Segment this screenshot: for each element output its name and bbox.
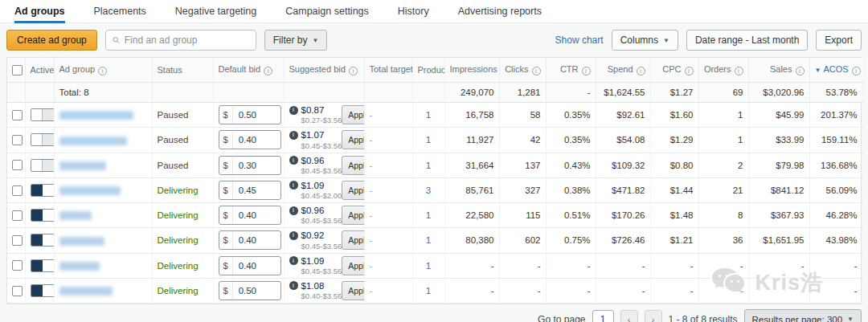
total-targets-link[interactable]: - <box>370 185 373 195</box>
header-status[interactable]: Status <box>152 58 213 83</box>
header-ad_group[interactable]: Ad groupi <box>54 58 152 83</box>
filter-by-button[interactable]: Filter by▼ <box>264 30 328 51</box>
row-checkbox[interactable] <box>12 235 23 246</box>
bid-value-input[interactable] <box>233 135 273 145</box>
bid-value-input[interactable] <box>233 185 273 195</box>
ad-group-name[interactable] <box>59 237 104 246</box>
active-toggle[interactable] <box>31 234 55 247</box>
total-targets-link[interactable]: - <box>370 235 373 245</box>
total-targets-link[interactable]: - <box>370 161 373 170</box>
apply-button[interactable]: Apply <box>342 256 364 275</box>
total-targets-link[interactable]: - <box>370 286 373 296</box>
total-targets-link[interactable]: - <box>370 261 373 271</box>
apply-button[interactable]: Apply <box>342 130 364 149</box>
ad-group-name[interactable] <box>59 211 92 220</box>
ad-group-name[interactable] <box>59 262 100 271</box>
default-bid-input[interactable]: $ <box>219 105 281 124</box>
search-box[interactable] <box>105 30 256 51</box>
bid-value-input[interactable] <box>233 161 273 170</box>
select-all-checkbox[interactable] <box>12 65 23 75</box>
prev-page-button[interactable]: ‹ <box>620 310 638 322</box>
header-spend[interactable]: Spendi <box>596 58 650 83</box>
header-ctr[interactable]: CTRi <box>546 58 596 83</box>
bid-value-input[interactable] <box>233 235 273 245</box>
apply-button[interactable]: Apply <box>342 230 364 250</box>
apply-button[interactable]: Apply <box>342 281 364 300</box>
active-toggle[interactable] <box>31 184 55 197</box>
products-link[interactable]: 1 <box>426 261 431 271</box>
active-toggle[interactable] <box>31 159 55 172</box>
products-link[interactable]: 1 <box>426 286 431 296</box>
cell-default-bid: $ <box>213 228 284 253</box>
tab-ad-groups[interactable]: Ad groups <box>14 0 65 23</box>
export-button[interactable]: Export <box>816 30 862 51</box>
results-per-page-button[interactable]: Results per page: 300▼ <box>744 309 862 322</box>
row-checkbox[interactable] <box>12 260 23 271</box>
header-clicks[interactable]: Clicksi <box>499 58 546 83</box>
bid-value-input[interactable] <box>233 210 273 220</box>
tab-campaign-settings[interactable]: Campaign settings <box>285 0 369 23</box>
create-ad-group-button[interactable]: Create ad group <box>6 30 97 51</box>
show-chart-link[interactable]: Show chart <box>555 35 604 46</box>
active-toggle[interactable] <box>31 108 55 121</box>
tab-negative-targeting[interactable]: Negative targeting <box>175 0 256 23</box>
ad-group-name[interactable] <box>59 161 106 170</box>
apply-button[interactable]: Apply <box>342 105 364 124</box>
row-checkbox[interactable] <box>12 160 23 170</box>
next-page-button[interactable]: › <box>645 310 662 322</box>
bid-value-input[interactable] <box>233 286 273 296</box>
row-checkbox[interactable] <box>12 135 23 145</box>
products-link[interactable]: 1 <box>426 161 431 170</box>
ad-group-name[interactable] <box>59 287 113 296</box>
header-impressions[interactable]: Impressionsi <box>444 58 499 83</box>
header-active[interactable]: Active <box>25 58 54 83</box>
products-link[interactable]: 1 <box>426 210 431 220</box>
header-suggested_bid[interactable]: Suggested bidi <box>284 58 364 83</box>
columns-button[interactable]: Columns▼ <box>612 30 678 51</box>
row-checkbox[interactable] <box>12 110 23 120</box>
bid-value-input[interactable] <box>233 110 273 120</box>
total-targets-link[interactable]: - <box>370 135 373 145</box>
date-range-button[interactable]: Date range - Last month <box>686 30 808 51</box>
products-link[interactable]: 1 <box>426 235 431 245</box>
ad-group-name[interactable] <box>59 137 127 145</box>
header-products[interactable]: Products <box>412 58 444 83</box>
row-checkbox[interactable] <box>12 210 23 221</box>
default-bid-input[interactable]: $ <box>219 156 281 175</box>
default-bid-input[interactable]: $ <box>219 230 281 250</box>
default-bid-input[interactable]: $ <box>219 206 281 225</box>
default-bid-input[interactable]: $ <box>219 281 281 300</box>
default-bid-input[interactable]: $ <box>219 130 281 149</box>
active-toggle[interactable] <box>31 259 55 272</box>
tab-history[interactable]: History <box>398 0 429 23</box>
header-cpc[interactable]: CPCi <box>650 58 698 83</box>
products-link[interactable]: 3 <box>426 185 431 195</box>
page-number-input[interactable] <box>592 310 614 322</box>
total-targets-link[interactable]: - <box>370 110 373 120</box>
active-toggle[interactable] <box>31 284 55 297</box>
search-input[interactable] <box>125 35 249 46</box>
tab-placements[interactable]: Placements <box>94 0 146 23</box>
header-sales[interactable]: Salesi <box>748 58 809 83</box>
active-toggle[interactable] <box>31 133 55 146</box>
header-total_targets[interactable]: Total targetsi <box>364 58 412 83</box>
active-toggle[interactable] <box>31 209 55 222</box>
products-link[interactable]: 1 <box>426 135 431 145</box>
ad-group-name[interactable] <box>59 186 121 195</box>
row-checkbox[interactable] <box>12 286 23 296</box>
total-targets-link[interactable]: - <box>370 210 373 220</box>
default-bid-input[interactable]: $ <box>219 181 281 200</box>
header-default_bid[interactable]: Default bidi <box>213 58 284 83</box>
default-bid-input[interactable]: $ <box>219 256 281 275</box>
header-acos[interactable]: ▼ACOSi <box>809 58 862 83</box>
apply-button[interactable]: Apply <box>342 181 364 200</box>
header-orders[interactable]: Ordersi <box>698 58 748 83</box>
bid-value-input[interactable] <box>233 261 273 271</box>
tab-advertising-reports[interactable]: Advertising reports <box>458 0 542 23</box>
apply-button[interactable]: Apply <box>342 156 364 175</box>
apply-button[interactable]: Apply <box>342 206 364 225</box>
header-checkbox[interactable] <box>7 58 25 83</box>
row-checkbox[interactable] <box>12 185 23 196</box>
ad-group-name[interactable] <box>59 111 133 120</box>
products-link[interactable]: 1 <box>426 110 431 120</box>
